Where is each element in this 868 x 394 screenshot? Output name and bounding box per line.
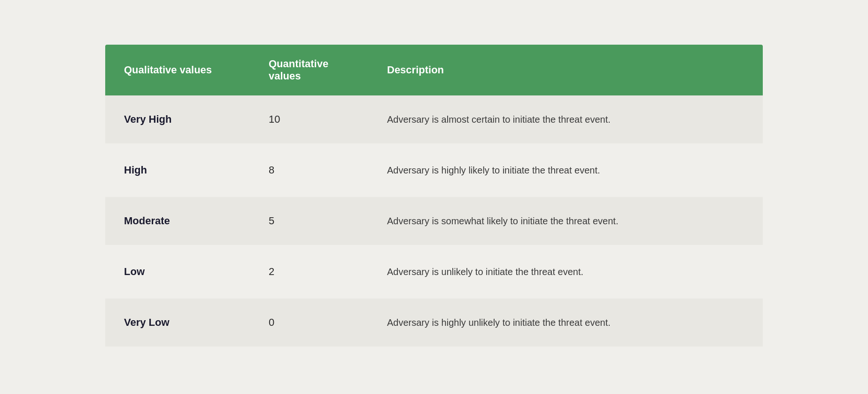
cell-qualitative: Very High	[105, 95, 250, 145]
cell-qualitative: Low	[105, 246, 250, 297]
table-row: Very High10Adversary is almost certain t…	[105, 95, 763, 145]
cell-quantitative: 0	[250, 297, 368, 348]
risk-table: Qualitative values Quantitative values D…	[105, 45, 763, 349]
header-description: Description	[368, 45, 763, 95]
main-table-container: Qualitative values Quantitative values D…	[105, 45, 763, 349]
table-row: High8Adversary is highly likely to initi…	[105, 145, 763, 196]
cell-description: Adversary is highly likely to initiate t…	[368, 145, 763, 196]
cell-description: Adversary is highly unlikely to initiate…	[368, 297, 763, 348]
cell-quantitative: 2	[250, 246, 368, 297]
cell-quantitative: 8	[250, 145, 368, 196]
cell-description: Adversary is unlikely to initiate the th…	[368, 246, 763, 297]
header-quantitative: Quantitative values	[250, 45, 368, 95]
cell-qualitative: High	[105, 145, 250, 196]
cell-qualitative: Very Low	[105, 297, 250, 348]
cell-description: Adversary is somewhat likely to initiate…	[368, 196, 763, 246]
cell-qualitative: Moderate	[105, 196, 250, 246]
cell-quantitative: 5	[250, 196, 368, 246]
table-row: Moderate5Adversary is somewhat likely to…	[105, 196, 763, 246]
header-qualitative: Qualitative values	[105, 45, 250, 95]
cell-quantitative: 10	[250, 95, 368, 145]
table-header-row: Qualitative values Quantitative values D…	[105, 45, 763, 95]
table-row: Very Low0Adversary is highly unlikely to…	[105, 297, 763, 348]
table-row: Low2Adversary is unlikely to initiate th…	[105, 246, 763, 297]
cell-description: Adversary is almost certain to initiate …	[368, 95, 763, 145]
